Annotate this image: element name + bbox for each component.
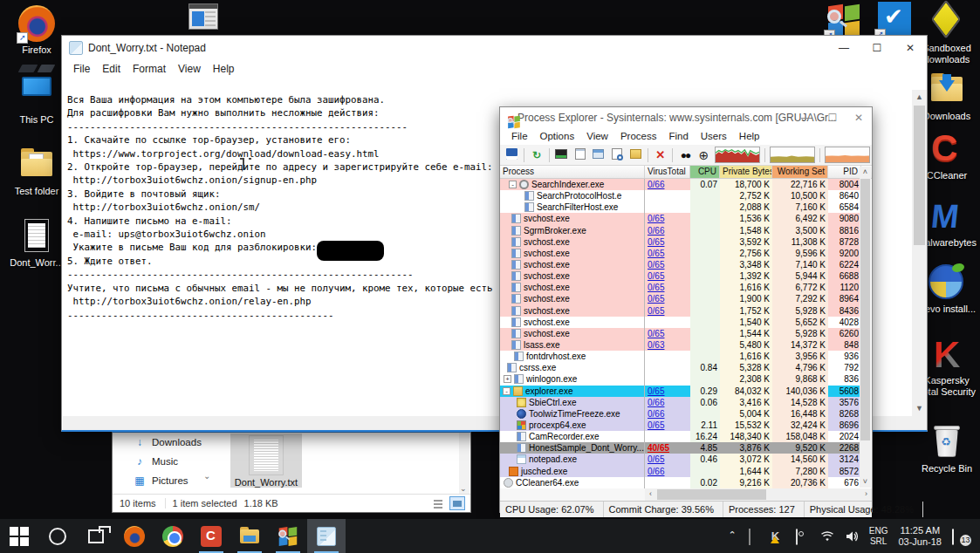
process-row-sgrmbrokerexe[interactable]: SgrmBroker.exe0/661,548 K3,500 K8816 — [500, 225, 872, 236]
sandboxie-tray-icon[interactable] — [747, 529, 761, 543]
nav-item-downloads[interactable]: ↓Downloads — [113, 433, 216, 452]
kaspersky-tray-icon[interactable]: K — [771, 529, 785, 543]
virustotal-link[interactable]: 0/66 — [648, 409, 664, 419]
save-button[interactable] — [504, 147, 520, 163]
virustotal-link[interactable]: 0/65 — [648, 386, 664, 396]
process-row-juschedexe[interactable]: jusched.exe0/661,644 K7,280 K8572 — [500, 466, 872, 477]
notepad-menu-view[interactable]: View — [172, 62, 207, 76]
desktop-icon-test-folder[interactable]: Test folder — [4, 147, 69, 197]
process-row-csrssexe[interactable]: csrss.exe0.845,328 K4,796 K792 — [500, 362, 872, 373]
process-row-searchprotocolhoste[interactable]: SearchProtocolHost.e2,752 K10,500 K8640 — [500, 190, 872, 201]
nav-item-pictures[interactable]: ▦Pictures — [113, 471, 216, 490]
process-row-winlogonexe[interactable]: +winlogon.exe2,308 K9,868 K836 — [500, 373, 872, 385]
procexp-menu-help[interactable]: Help — [733, 130, 766, 142]
virustotal-link[interactable]: 0/65 — [648, 283, 664, 292]
process-row-searchfilterhostexe[interactable]: SearchFilterHost.exe2,088 K7,160 K6584 — [500, 201, 872, 213]
taskbar-notepad-button[interactable] — [307, 519, 346, 553]
procexp-titlebar[interactable]: Process Explorer - Sysinternals: www.sys… — [500, 107, 872, 128]
process-row-sbiectrlexe[interactable]: SbieCtrl.exe0/660.063,416 K14,528 K3576 — [500, 397, 872, 408]
virustotal-link[interactable]: 0/66 — [648, 398, 664, 407]
desktop-icon-firefox[interactable]: Firefox — [4, 5, 69, 56]
nav-scroll-down-icon[interactable]: ⌄ — [203, 471, 214, 483]
procexp-menu-find[interactable]: Find — [662, 130, 694, 142]
process-row-svchostexe[interactable]: svchost.exe0/652,756 K9,596 K9200 — [500, 248, 872, 259]
virustotal-link[interactable]: 0/63 — [648, 340, 664, 350]
process-row-toolwiztimefreezeexe[interactable]: ToolwizTimeFreeze.exe0/665,004 K16,448 K… — [500, 408, 872, 420]
show-process-tree-button[interactable] — [572, 147, 588, 163]
process-row-lsassexe[interactable]: lsass.exe0/635,480 K14,372 K848 — [500, 339, 872, 351]
virustotal-link[interactable]: 0/66 — [648, 226, 664, 236]
language-indicator[interactable]: ENG SRL — [869, 526, 888, 547]
virustotal-link[interactable]: 0/65 — [648, 237, 664, 247]
kill-process-button[interactable]: ✕ — [652, 147, 668, 163]
virustotal-link[interactable]: 0/66 — [648, 467, 664, 476]
nav-item-music[interactable]: ♪Music — [113, 452, 216, 471]
details-view-button[interactable] — [430, 496, 446, 510]
cpu-history-graph[interactable] — [715, 147, 760, 163]
scroll-up-arrow-icon[interactable]: ˄ — [860, 167, 871, 178]
process-row-svchostexe[interactable]: svchost.exe0/651,616 K6,772 K1120 — [500, 282, 872, 293]
desktop-icon-dont-worry-doc[interactable]: Dont_Worr... — [4, 218, 69, 269]
process-row-procexp64exe[interactable]: procexp64.exe0/652.1115,532 K32,424 K869… — [500, 420, 872, 431]
close-button[interactable]: ✕ — [894, 36, 927, 60]
virustotal-link[interactable]: 0/65 — [648, 214, 664, 223]
scroll-left-arrow-icon[interactable]: ‹ — [645, 488, 656, 501]
notepad-menu-format[interactable]: Format — [127, 62, 172, 76]
taskbar-firefox-button[interactable] — [115, 519, 154, 553]
refresh-button[interactable]: ↻ — [528, 147, 545, 163]
scroll-down-arrow-icon[interactable]: ˅ — [860, 476, 871, 488]
process-row-explorerexe[interactable]: -explorer.exe0/650.2984,032 K140,036 K56… — [500, 386, 872, 397]
notepad-titlebar[interactable]: Dont_Worry.txt - Notepad — ☐ ✕ — [62, 36, 927, 60]
process-row-ccleaner64exe[interactable]: CCleaner64.exe0.029,216 K20,736 K676 — [500, 477, 872, 488]
virustotal-link[interactable]: 0/65 — [648, 306, 664, 316]
column-header-virustotal[interactable]: VirusTotal — [645, 166, 690, 178]
procexp-menu-users[interactable]: Users — [695, 130, 733, 142]
procexp-menu-options[interactable]: Options — [534, 130, 581, 142]
notepad-menu-help[interactable]: Help — [207, 62, 241, 76]
explorer-vertical-scrollbar[interactable]: ⌄ — [459, 433, 469, 494]
scrollbar-thumb[interactable] — [657, 489, 766, 500]
taskbar-camtasia-button[interactable] — [192, 519, 230, 553]
taskbar-cortana-button[interactable] — [38, 519, 77, 553]
virustotal-link[interactable]: 0/65 — [648, 329, 664, 338]
scroll-right-arrow-icon[interactable]: › — [860, 488, 872, 501]
virustotal-link[interactable]: 0/65 — [648, 454, 664, 464]
taskbar-taskview-button[interactable] — [77, 519, 115, 553]
scrollbar-thumb[interactable] — [914, 106, 925, 245]
show-dlls-button[interactable] — [590, 147, 607, 163]
procexp-menu-file[interactable]: File — [505, 130, 534, 142]
virustotal-link[interactable]: 0/65 — [648, 271, 664, 281]
process-row-svchostexe[interactable]: svchost.exe0/651,900 K7,292 K8964 — [500, 293, 872, 304]
expand-expander-icon[interactable]: + — [504, 375, 511, 383]
process-row-notepadexe[interactable]: notepad.exe0/650.463,072 K14,560 K3124 — [500, 454, 872, 465]
maximize-button[interactable]: ☐ — [819, 107, 846, 128]
wifi-tray-icon[interactable] — [820, 529, 834, 543]
horizontal-scrollbar[interactable]: ‹ › — [645, 488, 872, 501]
recorder-tray-icon[interactable] — [796, 529, 810, 543]
process-row-honestsampledontworry[interactable]: HonestSample_Dont_Worry...40/654.853,876… — [500, 442, 872, 454]
virustotal-link[interactable]: 0/65 — [648, 249, 664, 258]
close-button[interactable]: ✕ — [846, 107, 872, 128]
thumbnails-view-button[interactable] — [449, 496, 465, 510]
minimize-button[interactable]: — — [793, 107, 819, 128]
process-row-svchostexe[interactable]: svchost.exe0/651,536 K6,492 K9080 — [500, 213, 872, 224]
physical-memory-history-graph[interactable] — [825, 147, 870, 163]
process-row-svchostexe[interactable]: svchost.exe0/653,348 K7,140 K6224 — [500, 259, 872, 270]
process-row-svchostexe[interactable]: svchost.exe0/651,392 K5,944 K6688 — [500, 270, 872, 282]
virustotal-link[interactable]: 0/65 — [648, 420, 664, 430]
notepad-menu-edit[interactable]: Edit — [96, 62, 127, 76]
taskbar-chrome-button[interactable] — [154, 519, 192, 553]
scrollbar-thumb[interactable] — [860, 179, 870, 440]
process-row-svchostexe[interactable]: svchost.exe0/651,544 K5,928 K6260 — [500, 328, 872, 339]
process-row-fontdrvhostexe[interactable]: fontdrvhost.exe1,616 K3,956 K936 — [500, 351, 872, 362]
volume-tray-icon[interactable] — [845, 529, 859, 543]
taskbar-procexp-button[interactable] — [269, 519, 307, 553]
process-row-svchostexe[interactable]: svchost.exe0/651,752 K5,928 K8436 — [500, 305, 872, 317]
column-header-private-bytes[interactable]: Private Bytes — [720, 166, 772, 178]
taskbar-explorer-button[interactable] — [230, 519, 269, 553]
collapse-expander-icon[interactable]: - — [509, 181, 517, 188]
procexp-menu-process[interactable]: Process — [614, 130, 663, 142]
virustotal-link[interactable]: 0/66 — [648, 180, 664, 189]
process-row-searchindexerexe[interactable]: -SearchIndexer.exe0/660.0718,700 K22,716… — [500, 179, 872, 190]
process-row-svchostexe[interactable]: svchost.exe1,540 K5,652 K4028 — [500, 317, 872, 328]
